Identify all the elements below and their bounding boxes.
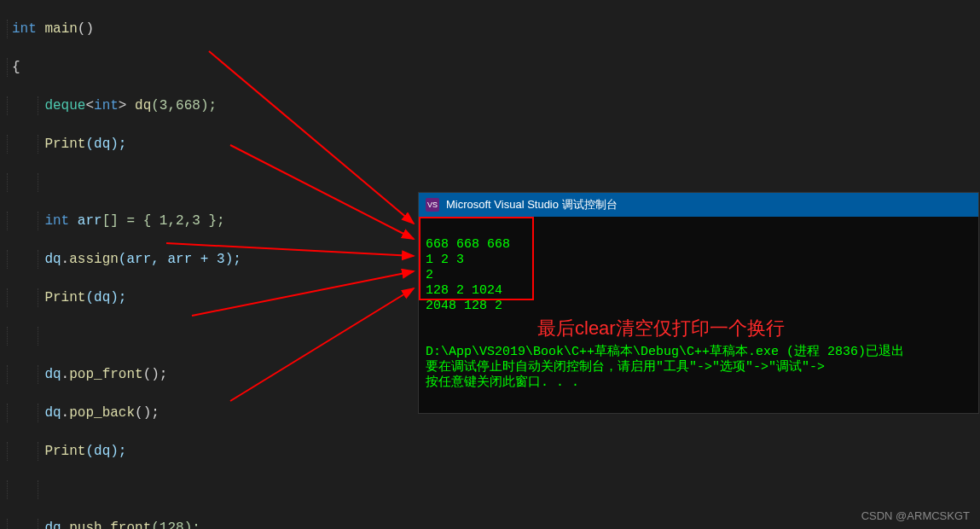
dot: . [61, 367, 70, 382]
var-dq2: dq [44, 252, 61, 267]
args: (128); [151, 520, 200, 530]
parens: () [78, 21, 94, 37]
var-dq5: dq [44, 520, 61, 530]
var-dq3: dq [44, 367, 61, 382]
args: (dq); [85, 444, 126, 459]
console-window[interactable]: VS Microsoft Visual Studio 调试控制台 668 668… [418, 192, 979, 414]
console-titlebar[interactable]: VS Microsoft Visual Studio 调试控制台 [419, 193, 978, 217]
args: (); [143, 367, 168, 382]
fn-pushfront: push_front [69, 520, 151, 530]
args: (dq); [85, 290, 126, 305]
arr-init: [] = { 1,2,3 }; [102, 213, 225, 229]
console-body[interactable]: 668 668 668 1 2 3 2 128 2 1024 2048 128 … [419, 217, 978, 411]
dot: . [61, 252, 70, 267]
vs-icon: VS [426, 198, 439, 212]
console-msg-2: 要在调试停止时自动关闭控制台，请启用"工具"->"选项"->"调试"-> [426, 360, 825, 375]
dot: . [61, 405, 70, 421]
kw-int2: int [94, 98, 119, 113]
brace-open: { [12, 60, 20, 75]
console-title-text: Microsoft Visual Studio 调试控制台 [446, 197, 618, 212]
args: (3,668); [151, 98, 217, 113]
out-line-1: 668 668 668 [426, 237, 510, 252]
watermark: CSDN @ARMCSKGT [861, 509, 970, 522]
var-arr: arr [78, 213, 102, 229]
out-line-3: 2 [426, 268, 433, 282]
fn-print2: Print [44, 290, 85, 305]
var-dq: dq [135, 98, 151, 113]
dot: . [61, 520, 70, 530]
fn-popback: pop_back [69, 405, 135, 421]
annotation-text: 最后clear清空仅打印一个换行 [537, 316, 785, 341]
out-line-2: 1 2 3 [426, 253, 464, 267]
kw-int: int [12, 21, 37, 37]
op-lt: < [85, 98, 94, 113]
fn-print3: Print [44, 444, 85, 459]
args: (arr, arr + 3); [119, 252, 241, 267]
console-msg-1: D:\App\VS2019\Book\C++草稿本\Debug\C++草稿本.e… [426, 345, 904, 359]
fn-popfront: pop_front [69, 367, 142, 382]
args: (dq); [85, 137, 126, 152]
console-msg-3: 按任意键关闭此窗口. . . [426, 375, 579, 390]
fn-print: Print [44, 137, 85, 152]
fn-assign: assign [69, 252, 119, 267]
args: (); [135, 405, 159, 421]
op-gt: > [119, 98, 127, 113]
type-deque: deque [44, 98, 85, 113]
out-line-4: 128 2 1024 [426, 283, 502, 298]
fn-main: main [44, 21, 77, 37]
var-dq4: dq [44, 405, 61, 421]
out-line-5: 2048 128 2 [426, 299, 502, 313]
kw-int3: int [44, 213, 69, 229]
